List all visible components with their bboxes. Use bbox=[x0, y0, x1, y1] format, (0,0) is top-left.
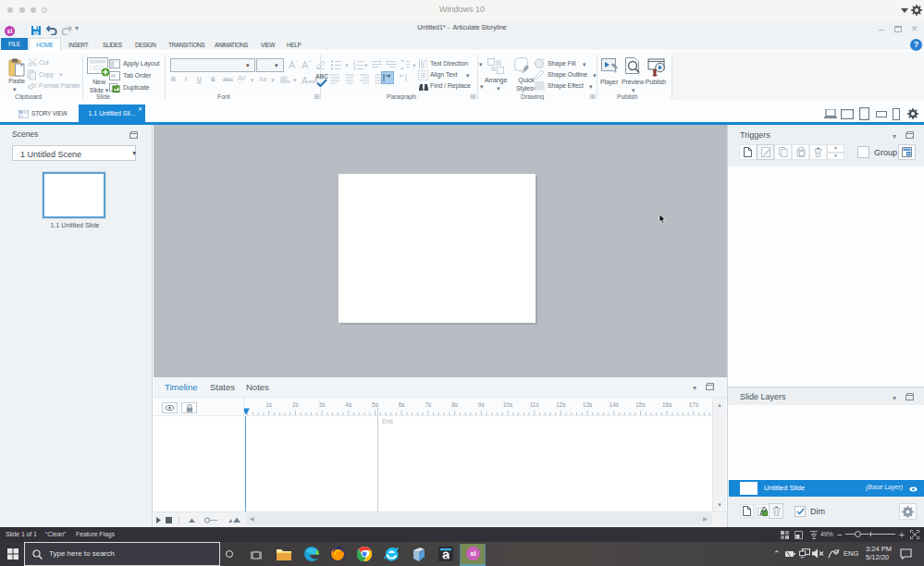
svg-text:13s: 13s bbox=[583, 401, 593, 408]
svg-text:7s: 7s bbox=[425, 401, 432, 408]
svg-text:8s: 8s bbox=[451, 401, 459, 408]
svg-text:11s: 11s bbox=[530, 401, 540, 408]
svg-text:3s: 3s bbox=[319, 401, 326, 408]
svg-text:14s: 14s bbox=[610, 401, 620, 408]
svg-text:4s: 4s bbox=[345, 401, 352, 408]
svg-text:10s: 10s bbox=[503, 401, 513, 408]
svg-text:6s: 6s bbox=[399, 401, 406, 408]
svg-text:3: 3 bbox=[353, 67, 356, 70]
svg-text:15s: 15s bbox=[635, 401, 646, 408]
svg-text:1s: 1s bbox=[265, 401, 273, 408]
svg-text:16s: 16s bbox=[662, 401, 672, 408]
svg-text:12s: 12s bbox=[556, 401, 566, 408]
svg-text:2s: 2s bbox=[292, 401, 300, 408]
svg-text:17s: 17s bbox=[689, 401, 699, 408]
svg-text:9s: 9s bbox=[478, 401, 486, 408]
